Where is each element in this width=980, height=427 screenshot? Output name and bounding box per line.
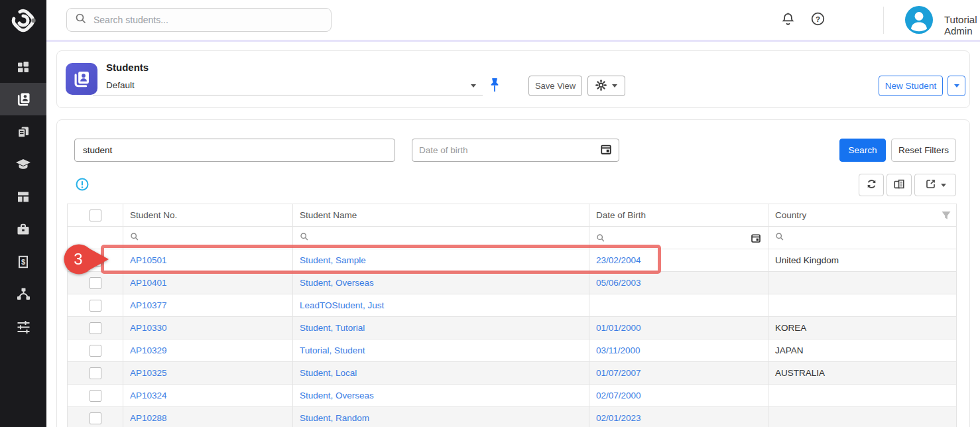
topbar-divider	[883, 7, 884, 34]
students-icon	[16, 91, 31, 107]
help-button[interactable]: ?	[809, 11, 826, 29]
layout-icon	[16, 190, 31, 204]
row-checkbox[interactable]	[90, 390, 101, 402]
student-no-link[interactable]: AP10377	[130, 300, 167, 310]
column-chooser-icon	[893, 178, 905, 192]
student-country: JAPAN	[768, 339, 957, 362]
svg-text:?: ?	[815, 15, 820, 23]
student-dob-link[interactable]: 01/07/2007	[596, 368, 641, 378]
keyword-filter-input[interactable]	[74, 139, 395, 162]
col-header-dob[interactable]: Date of Birth	[589, 204, 768, 227]
filter-country[interactable]	[768, 227, 957, 249]
student-name-link[interactable]: Student, Local	[300, 368, 357, 378]
info-icon[interactable]	[76, 178, 89, 191]
col-header-country[interactable]: Country	[768, 204, 957, 227]
student-no-link[interactable]: AP10325	[130, 368, 167, 378]
student-name-link[interactable]: Student, Overseas	[300, 278, 374, 288]
student-country	[768, 272, 957, 294]
sidebar-item-students[interactable]	[0, 83, 46, 115]
sidebar-item-briefcase[interactable]	[0, 213, 46, 245]
search-button[interactable]: Search	[839, 139, 886, 162]
sidebar-item-settings[interactable]	[0, 310, 46, 343]
student-no-link[interactable]: AP10330	[130, 323, 167, 333]
column-chooser-button[interactable]	[887, 174, 912, 196]
view-header-card: Students Default Save View	[56, 50, 970, 108]
sidebar-item-layout[interactable]	[0, 180, 46, 213]
student-no-link[interactable]: AP10401	[130, 278, 167, 288]
filter-student-no[interactable]	[123, 227, 293, 249]
row-checkbox[interactable]	[90, 277, 101, 289]
col-header-student-no[interactable]: Student No.	[123, 204, 293, 227]
chevron-down-icon	[471, 84, 476, 88]
row-checkbox[interactable]	[90, 255, 101, 267]
view-selector-value: Default	[106, 80, 135, 90]
filter-dob[interactable]	[589, 227, 768, 249]
student-name-link[interactable]: LeadTOStudent, Just	[300, 300, 384, 310]
table-body: AP10501Student, Sample23/02/2004United K…	[68, 249, 957, 427]
calendar-icon[interactable]	[600, 143, 612, 158]
student-no-link[interactable]: AP10324	[130, 391, 167, 400]
reset-filters-button[interactable]: Reset Filters	[891, 139, 956, 162]
table-filter-row	[68, 227, 957, 249]
student-dob-link[interactable]: 05/06/2003	[596, 278, 641, 288]
save-view-button[interactable]: Save View	[528, 76, 582, 96]
refresh-button[interactable]	[859, 174, 884, 196]
user-avatar[interactable]	[905, 6, 933, 34]
student-dob-link[interactable]: 01/01/2000	[596, 323, 641, 333]
student-name-link[interactable]: Student, Sample	[300, 255, 366, 265]
global-search[interactable]	[66, 8, 332, 32]
user-name[interactable]: Tutorial Admin	[944, 14, 980, 36]
calendar-icon[interactable]	[751, 233, 761, 243]
export-icon	[925, 178, 936, 192]
row-checkbox[interactable]	[90, 322, 101, 334]
student-dob-link[interactable]: 02/01/2023	[596, 413, 641, 423]
table-row: AP10325Student, Local01/07/2007AUSTRALIA	[68, 362, 957, 385]
chevron-down-icon	[941, 184, 946, 187]
col-header-student-name[interactable]: Student Name	[293, 204, 589, 227]
sidebar-item-courses[interactable]	[0, 148, 46, 180]
graduation-cap-icon	[15, 156, 31, 172]
sliders-icon	[16, 319, 31, 334]
filter-student-name[interactable]	[293, 227, 589, 249]
student-no-link[interactable]: AP10288	[130, 413, 167, 423]
row-checkbox[interactable]	[90, 367, 101, 379]
view-options-button[interactable]	[587, 76, 625, 96]
notifications-button[interactable]	[779, 11, 796, 29]
student-name-link[interactable]: Tutorial, Student	[300, 345, 365, 355]
sidebar-item-documents[interactable]	[0, 115, 46, 148]
gear-icon	[595, 80, 607, 93]
pin-view-button[interactable]	[488, 78, 503, 93]
student-no-link[interactable]: AP10329	[130, 345, 167, 355]
filter-funnel-icon[interactable]	[941, 210, 951, 221]
app-logo-icon[interactable]	[0, 5, 46, 36]
student-name-link[interactable]: Student, Random	[300, 413, 369, 423]
svg-text:$: $	[21, 258, 25, 266]
sidebar-item-dashboard[interactable]	[0, 50, 46, 83]
invoice-dollar-icon: $	[16, 255, 31, 269]
sidebar-item-network[interactable]	[0, 278, 46, 310]
new-student-button[interactable]: New Student	[879, 76, 943, 96]
select-all-checkbox[interactable]	[90, 210, 101, 221]
global-search-input[interactable]	[93, 15, 312, 25]
export-button[interactable]	[914, 174, 956, 196]
student-dob-link[interactable]: 02/07/2000	[596, 391, 641, 400]
row-checkbox[interactable]	[90, 412, 101, 424]
student-country: KOREA	[768, 317, 957, 339]
view-selector[interactable]: Default	[93, 75, 483, 95]
student-dob-link[interactable]: 03/11/2000	[596, 345, 641, 355]
row-checkbox[interactable]	[90, 345, 101, 357]
students-list-card: Search Reset Filters	[56, 119, 970, 427]
sidebar-item-invoices[interactable]: $	[0, 245, 46, 278]
student-name-link[interactable]: Student, Tutorial	[300, 323, 365, 333]
student-dob-link[interactable]: 23/02/2004	[596, 255, 641, 265]
pushpin-icon	[488, 84, 501, 95]
dob-filter-input[interactable]	[419, 145, 600, 155]
new-student-dropdown-button[interactable]	[948, 76, 965, 96]
table-header-row: Student No. Student Name Date of Birth C…	[68, 204, 957, 227]
row-checkbox[interactable]	[90, 300, 101, 312]
student-name-link[interactable]: Student, Overseas	[300, 391, 374, 400]
dob-filter-field[interactable]	[412, 139, 619, 162]
table-row: AP10288Student, Random02/01/2023	[68, 407, 957, 427]
student-no-link[interactable]: AP10501	[130, 255, 167, 265]
bell-icon	[780, 11, 796, 29]
